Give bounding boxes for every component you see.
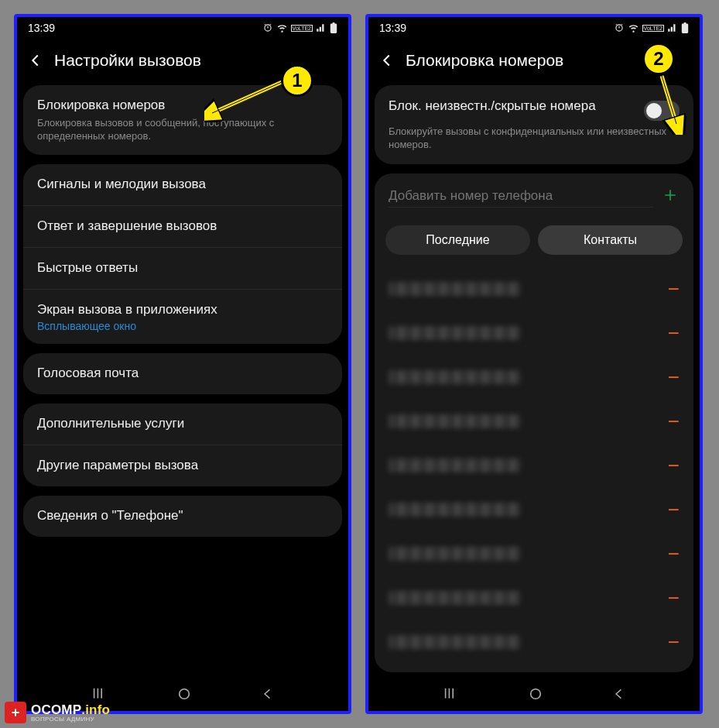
callout-2: 2 bbox=[642, 43, 675, 75]
blocked-number-row: − bbox=[375, 488, 693, 532]
svg-rect-2 bbox=[101, 689, 102, 699]
add-number-button[interactable] bbox=[661, 184, 680, 208]
remove-number-button[interactable]: − bbox=[668, 542, 680, 566]
remove-number-button[interactable]: − bbox=[668, 410, 680, 434]
add-number-input[interactable] bbox=[389, 185, 653, 208]
blocked-number-row: − bbox=[375, 444, 693, 488]
battery-icon bbox=[681, 22, 689, 33]
blocked-number-redacted bbox=[389, 414, 520, 428]
blocked-number-redacted bbox=[389, 591, 520, 605]
callout-1: 1 bbox=[281, 64, 313, 97]
wifi-icon bbox=[628, 22, 639, 33]
item-voicemail[interactable]: Голосовая почта bbox=[23, 353, 342, 394]
item-title: Блокировка номеров bbox=[37, 97, 328, 115]
item-other-call-params[interactable]: Другие параметры вызова bbox=[23, 445, 342, 486]
volte-icon: VoLTE2 bbox=[291, 25, 313, 32]
phone-left-screenshot: 13:39 VoLTE2 Настройки вызовов Блокировк… bbox=[14, 14, 351, 714]
remove-number-button[interactable]: − bbox=[668, 321, 680, 345]
back-button[interactable] bbox=[376, 50, 398, 71]
back-button[interactable] bbox=[25, 50, 46, 71]
status-bar: 13:39 VoLTE2 bbox=[368, 17, 700, 39]
settings-group-2: Сигналы и мелодии вызова Ответ и заверше… bbox=[23, 164, 342, 345]
blocked-number-redacted bbox=[389, 282, 520, 296]
page-title: Блокировка номеров bbox=[406, 51, 563, 70]
remove-number-button[interactable]: − bbox=[668, 366, 680, 390]
blocked-number-row: − bbox=[375, 400, 693, 444]
nav-recents-button[interactable] bbox=[91, 688, 107, 703]
watermark-title: OCOMP.info bbox=[31, 703, 110, 716]
item-ringtones[interactable]: Сигналы и мелодии вызова bbox=[23, 164, 342, 206]
nav-home-button[interactable] bbox=[529, 687, 543, 704]
signal-icon bbox=[316, 22, 327, 33]
phone-right-screenshot: 13:39 VoLTE2 Блокировка номеров Блок. не… bbox=[365, 14, 703, 714]
contacts-chip[interactable]: Контакты bbox=[538, 225, 683, 255]
home-icon bbox=[177, 687, 191, 701]
svg-point-7 bbox=[531, 689, 541, 699]
blocked-number-redacted bbox=[389, 547, 520, 561]
remove-number-button[interactable]: − bbox=[668, 586, 680, 610]
blocked-list-card: Последние Контакты −−−−−−−−− bbox=[375, 173, 693, 672]
recents-icon bbox=[443, 688, 458, 700]
nav-home-button[interactable] bbox=[177, 687, 191, 704]
recent-chip[interactable]: Последние bbox=[385, 225, 530, 255]
item-quick-replies[interactable]: Быстрые ответы bbox=[23, 248, 342, 290]
signal-icon bbox=[667, 22, 678, 33]
settings-group-4: Дополнительные услуги Другие параметры в… bbox=[23, 403, 342, 486]
back-icon bbox=[262, 688, 274, 700]
plus-icon bbox=[663, 187, 678, 203]
item-call-screen-apps[interactable]: Экран вызова в приложениях Всплывающее о… bbox=[23, 290, 342, 345]
chevron-left-icon bbox=[378, 52, 395, 69]
blocked-number-row: − bbox=[375, 267, 693, 311]
toggle-knob bbox=[646, 103, 662, 118]
svg-rect-1 bbox=[97, 689, 98, 699]
volte-icon: VoLTE2 bbox=[642, 25, 664, 32]
blocked-number-redacted bbox=[389, 635, 520, 649]
item-about-phone[interactable]: Сведения о "Телефоне" bbox=[23, 496, 342, 537]
svg-rect-5 bbox=[448, 689, 450, 699]
remove-number-button[interactable]: − bbox=[668, 498, 680, 522]
home-icon bbox=[529, 687, 543, 701]
nav-back-button[interactable] bbox=[262, 688, 274, 703]
alarm-icon bbox=[614, 22, 625, 33]
item-subtitle: Блокировка вызовов и сообщений, поступаю… bbox=[37, 117, 328, 143]
item-additional-services[interactable]: Дополнительные услуги bbox=[23, 403, 342, 445]
android-navbar bbox=[368, 680, 700, 711]
toggle-title: Блок. неизвестн./скрытые номера bbox=[389, 98, 644, 115]
blocked-number-row: − bbox=[375, 355, 693, 400]
blocked-number-redacted bbox=[389, 370, 520, 384]
watermark: + OCOMP.info ВОПРОСЫ АДМИНУ bbox=[5, 702, 110, 723]
status-icons: VoLTE2 bbox=[262, 22, 337, 33]
blocked-number-row: − bbox=[375, 311, 693, 355]
toggle-subtitle: Блокируйте вызовы с конфиденциальных или… bbox=[375, 125, 693, 164]
blocked-number-redacted bbox=[389, 326, 520, 340]
blocked-number-row: − bbox=[375, 620, 693, 664]
battery-icon bbox=[330, 22, 337, 33]
svg-point-3 bbox=[180, 689, 190, 699]
remove-number-button[interactable]: − bbox=[668, 277, 680, 301]
block-unknown-toggle[interactable] bbox=[644, 101, 680, 121]
remove-number-button[interactable]: − bbox=[668, 630, 680, 654]
watermark-badge: + bbox=[5, 702, 26, 723]
blocked-number-redacted bbox=[389, 503, 520, 517]
blocked-number-redacted bbox=[389, 458, 520, 472]
svg-rect-0 bbox=[93, 689, 94, 699]
item-answer-end[interactable]: Ответ и завершение вызовов bbox=[23, 206, 342, 248]
wifi-icon bbox=[276, 22, 288, 33]
block-unknown-card: Блок. неизвестн./скрытые номера Блокируй… bbox=[375, 85, 693, 164]
blocked-number-row: − bbox=[375, 576, 693, 620]
status-bar: 13:39 VoLTE2 bbox=[17, 17, 348, 39]
back-icon bbox=[613, 688, 625, 700]
nav-back-button[interactable] bbox=[613, 688, 625, 703]
blocked-number-row: − bbox=[375, 532, 693, 576]
remove-number-button[interactable]: − bbox=[668, 454, 680, 478]
chevron-left-icon bbox=[27, 52, 44, 69]
settings-group-3: Голосовая почта bbox=[23, 353, 342, 394]
watermark-sub: ВОПРОСЫ АДМИНУ bbox=[31, 716, 110, 723]
svg-rect-6 bbox=[452, 689, 454, 699]
alarm-icon bbox=[262, 22, 273, 33]
settings-group-5: Сведения о "Телефоне" bbox=[23, 496, 342, 537]
recents-icon bbox=[91, 688, 107, 700]
status-icons: VoLTE2 bbox=[614, 22, 689, 33]
status-time: 13:39 bbox=[28, 22, 55, 34]
nav-recents-button[interactable] bbox=[443, 688, 458, 703]
